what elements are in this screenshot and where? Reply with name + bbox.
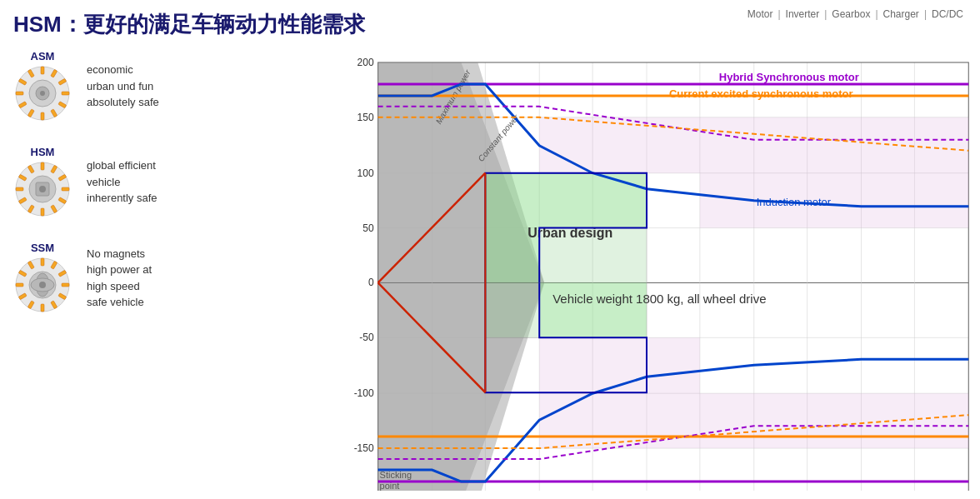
svg-point-15 — [40, 91, 45, 96]
svg-rect-23 — [41, 208, 44, 216]
vehicle-weight-text: Vehicle weight 1800 kg, all wheel drive — [552, 292, 766, 306]
top-navigation: Motor | Inverter | Gearbox | Charger | D… — [748, 8, 963, 20]
y-axis-labels: 200 150 100 50 0 -50 -100 -150 — [354, 57, 374, 454]
svg-rect-1 — [41, 67, 44, 74]
svg-text:50: 50 — [362, 222, 374, 234]
ssm-icon — [13, 256, 72, 314]
ssm-label: SSM — [31, 242, 54, 254]
svg-text:-100: -100 — [354, 387, 374, 399]
hsm-desc-line2: vehicle — [87, 174, 158, 191]
svg-rect-20 — [62, 187, 69, 191]
asm-icon — [13, 64, 72, 122]
svg-rect-7 — [41, 112, 44, 120]
asm-desc-line1: economic — [87, 62, 159, 78]
svg-rect-26 — [16, 187, 23, 191]
svg-rect-33 — [41, 258, 44, 266]
svg-point-31 — [39, 186, 46, 192]
hsm-desc: global efficient vehicle inherently safe — [87, 157, 158, 207]
svg-text:-50: -50 — [359, 332, 374, 343]
ssm-desc: No magnets high power at high speed safe… — [87, 246, 152, 311]
nav-inverter: Inverter — [786, 8, 820, 20]
svg-text:0: 0 — [368, 277, 374, 288]
svg-rect-10 — [16, 92, 23, 95]
nav-gearbox: Gearbox — [832, 8, 870, 20]
ssm-desc-line2: high power at — [87, 262, 152, 278]
svg-text:-150: -150 — [354, 442, 374, 454]
nav-dcdc: DC/DC — [932, 8, 963, 20]
svg-text:100: 100 — [358, 167, 374, 179]
motor-item-hsm: HSM — [13, 146, 297, 218]
hsm-label: HSM — [31, 146, 55, 158]
asm-desc: economic urban und fun absolutely safe — [87, 62, 159, 111]
svg-rect-36 — [62, 283, 69, 287]
svg-rect-42 — [16, 283, 23, 287]
motor-list: ASM — [13, 50, 297, 314]
sticking-point-text: Sticking — [380, 470, 412, 480]
hsm-icon-wrap: HSM — [13, 146, 72, 218]
ssm-desc-line1: No magnets — [87, 246, 152, 262]
page-title: HSM：更好的满足车辆动力性能需求 — [13, 10, 365, 39]
asm-desc-line3: absolutely safe — [87, 94, 159, 111]
hsm-desc-line3: inherently safe — [87, 190, 158, 207]
motor-item-asm: ASM — [13, 50, 297, 122]
performance-chart: Maximum power Constant power Urban desig… — [308, 46, 980, 491]
svg-rect-39 — [41, 304, 44, 312]
ssm-desc-line4: safe vehicle — [87, 294, 152, 311]
chart-area: Maximum power Constant power Urban desig… — [308, 46, 980, 491]
svg-rect-17 — [41, 162, 44, 170]
nav-charger: Charger — [883, 8, 919, 20]
motor-item-ssm: SSM — [13, 242, 297, 314]
asm-icon-wrap: ASM — [13, 50, 72, 122]
ssm-icon-wrap: SSM — [13, 242, 72, 314]
svg-text:200: 200 — [358, 57, 374, 68]
ssm-desc-line3: high speed — [87, 278, 152, 295]
svg-rect-4 — [62, 92, 69, 95]
svg-rect-79 — [485, 173, 647, 338]
hsm-icon — [13, 160, 72, 218]
nav-motor: Motor — [748, 8, 773, 20]
asm-label: ASM — [31, 50, 55, 62]
hsm-desc-line1: global efficient — [87, 157, 158, 174]
svg-text:150: 150 — [358, 112, 374, 123]
legend-induction: Induction motor — [757, 196, 832, 208]
legend-cesm: Current excited synchronous motor — [669, 87, 853, 100]
asm-desc-line2: urban und fun — [87, 78, 159, 95]
legend-hsm: Hybrid Synchronous motor — [719, 71, 859, 83]
svg-point-48 — [39, 282, 46, 288]
